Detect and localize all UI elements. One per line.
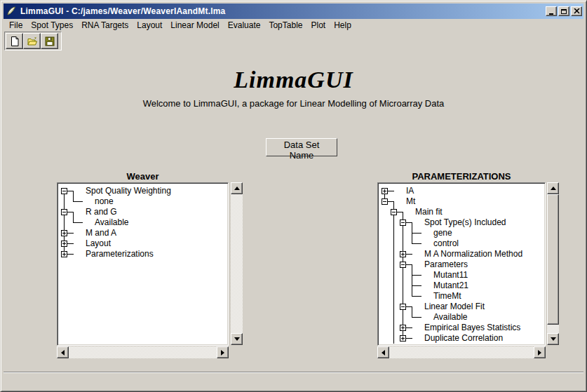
right-scroll-down-button[interactable]	[547, 333, 559, 345]
data-set-name-button[interactable]: Data Set Name	[266, 138, 337, 156]
right-scroll-right-button[interactable]	[534, 346, 546, 358]
right-horizontal-scrollbar-track[interactable]	[389, 346, 534, 358]
expand-toggle-icon[interactable]	[61, 251, 67, 257]
collapse-toggle-icon[interactable]	[61, 209, 67, 215]
tree-node-label[interactable]: Duplicate Correlation	[424, 333, 503, 344]
close-icon	[574, 8, 580, 14]
left-scroll-right-button[interactable]	[217, 346, 229, 358]
left-horizontal-scrollbar-track[interactable]	[69, 346, 217, 358]
tree-node-label[interactable]: Spot Type(s) Included	[424, 217, 506, 228]
left-scroll-up-button[interactable]	[231, 182, 243, 194]
blank-page-icon	[9, 36, 20, 47]
tree-node-label[interactable]: Mutant11	[433, 270, 468, 281]
tree-row: Available	[59, 217, 227, 228]
expand-toggle-icon[interactable]	[61, 241, 67, 247]
collapse-toggle-icon[interactable]	[400, 219, 406, 226]
left-scroll-left-button[interactable]	[57, 346, 69, 358]
tree-node-label[interactable]: none	[95, 196, 114, 207]
right-vertical-scrollbar[interactable]	[547, 182, 559, 345]
minimize-button[interactable]	[546, 6, 557, 16]
tree-connector-line	[406, 327, 412, 328]
right-scroll-up-button[interactable]	[547, 182, 559, 194]
save-file-button[interactable]	[41, 33, 58, 49]
tree-row: Duplicate Correlation	[379, 333, 544, 344]
menu-spot-types[interactable]: Spot Types	[27, 20, 77, 31]
tree-connector-line	[73, 222, 83, 223]
tree-row: Layout	[59, 238, 227, 249]
menu-help[interactable]: Help	[330, 20, 356, 31]
right-vertical-scrollbar-thumb[interactable]	[547, 194, 559, 325]
tree-node-label[interactable]: gene	[433, 228, 452, 238]
app-window: LimmaGUI - C:/james/Weaver/WeaverIAandMt…	[0, 0, 587, 392]
tree-connector-line	[406, 254, 412, 255]
tree-row: M A Normalization Method	[379, 249, 544, 259]
arrow-left-icon	[382, 350, 385, 356]
menu-toptable[interactable]: TopTable	[264, 20, 306, 31]
new-file-button[interactable]	[6, 33, 23, 49]
menu-layout[interactable]: Layout	[133, 20, 166, 31]
tree-row: control	[379, 238, 544, 249]
menu-rna-targets[interactable]: RNA Targets	[77, 20, 133, 31]
tree-node-label[interactable]: IA	[406, 186, 414, 196]
tree-row: none	[59, 196, 227, 207]
page-title: LimmaGUI	[1, 67, 586, 93]
expand-toggle-icon[interactable]	[400, 335, 406, 342]
floppy-disk-icon	[44, 36, 55, 47]
maximize-button[interactable]	[558, 6, 569, 16]
tree-row: Empirical Bayes Statistics	[379, 323, 544, 333]
tree-row: Parameters	[379, 259, 544, 270]
tree-node-label[interactable]: Mutant21	[433, 281, 468, 291]
tree-node-label[interactable]: M and A	[86, 228, 116, 238]
arrow-right-icon	[221, 350, 224, 356]
tree-node-label[interactable]: R and G	[86, 207, 117, 217]
left-horizontal-scrollbar[interactable]	[57, 346, 229, 358]
menu-bar: FileSpot TypesRNA TargetsLayoutLinear Mo…	[4, 19, 583, 31]
collapse-toggle-icon[interactable]	[400, 304, 406, 310]
parameterizations-tree-panel: IAMtMain fitSpot Type(s) Includedgenecon…	[377, 182, 546, 346]
tree-node-label[interactable]: Linear Model Fit	[424, 302, 485, 312]
tree-node-label[interactable]: M A Normalization Method	[424, 249, 522, 259]
left-tree-heading: Weaver	[57, 171, 229, 182]
right-scroll-left-button[interactable]	[377, 346, 389, 358]
tree-node-label[interactable]: Parameters	[424, 259, 468, 270]
tree-row: R and G	[59, 207, 227, 217]
tree-node-label[interactable]: Available	[433, 312, 467, 323]
minimize-icon	[549, 13, 553, 15]
tree-node-label[interactable]: Main fit	[415, 207, 443, 217]
left-scroll-down-button[interactable]	[231, 333, 243, 345]
tree-connector-line	[406, 338, 412, 339]
tree-node-label[interactable]: Available	[95, 217, 128, 228]
tree-row: Mutant21	[379, 281, 544, 291]
tree-node-label[interactable]: Layout	[86, 238, 111, 249]
tree-node-label[interactable]: TimeMt	[433, 291, 461, 302]
collapse-toggle-icon[interactable]	[400, 262, 406, 268]
left-vertical-scrollbar-track[interactable]	[231, 194, 243, 333]
tree-row: Available	[379, 312, 544, 323]
open-file-button[interactable]	[23, 33, 41, 49]
close-button[interactable]	[571, 6, 582, 16]
collapse-toggle-icon[interactable]	[391, 209, 397, 215]
tree-node-label[interactable]: Spot Quality Weighting	[86, 186, 171, 196]
right-horizontal-scrollbar[interactable]	[377, 346, 546, 358]
expand-toggle-icon[interactable]	[400, 251, 406, 257]
menu-file[interactable]: File	[5, 20, 27, 31]
collapse-toggle-icon[interactable]	[61, 188, 67, 194]
left-vertical-scrollbar[interactable]	[231, 182, 243, 345]
expand-toggle-icon[interactable]	[382, 188, 388, 194]
tree-node-label[interactable]: Parameterizations	[86, 249, 154, 259]
tree-node-label[interactable]: Empirical Bayes Statistics	[424, 323, 520, 333]
expand-toggle-icon[interactable]	[61, 230, 67, 236]
expand-toggle-icon[interactable]	[400, 325, 406, 331]
tree-node-label[interactable]: control	[433, 238, 459, 249]
tree-row: M and A	[59, 228, 227, 238]
right-vertical-scrollbar-track[interactable]	[547, 194, 559, 333]
tree-connector-line	[406, 264, 412, 265]
menu-linear-model[interactable]: Linear Model	[166, 20, 223, 31]
menu-plot[interactable]: Plot	[306, 20, 330, 31]
tree-connector-line	[388, 191, 394, 191]
collapse-toggle-icon[interactable]	[382, 198, 388, 205]
toolbar-group	[4, 32, 62, 50]
tree-node-label[interactable]: Mt	[406, 196, 415, 207]
title-bar[interactable]: LimmaGUI - C:/james/Weaver/WeaverIAandMt…	[4, 4, 583, 19]
menu-evaluate[interactable]: Evaluate	[224, 20, 265, 31]
